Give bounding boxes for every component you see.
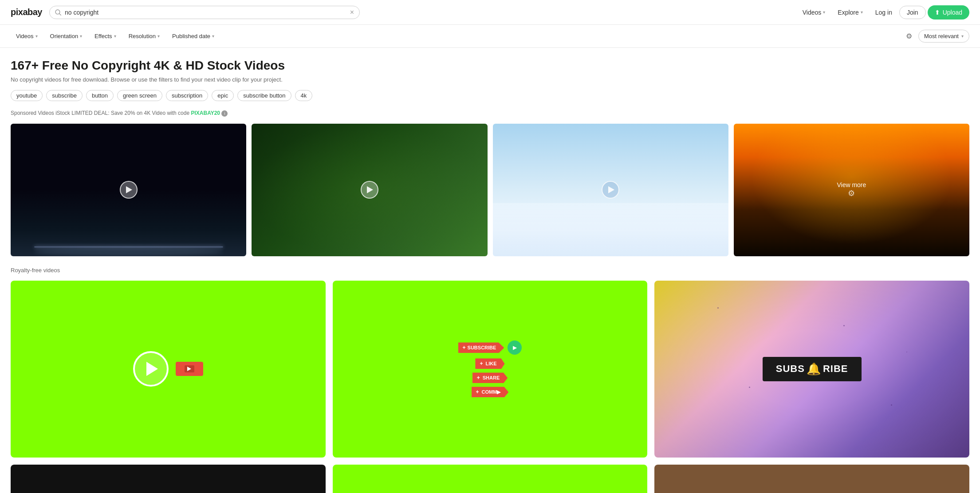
share-arrow: + SHARE (472, 372, 508, 383)
filter-date-chevron: ▾ (212, 34, 214, 39)
green-card-subscribe: + SUBSCRIBE ▶ + LIKE + SHARE (333, 281, 648, 458)
filter-resolution-chevron: ▾ (157, 34, 160, 39)
video-card-1[interactable] (11, 281, 326, 458)
subscribe-row-3: + SHARE (472, 372, 508, 383)
play-overlay-1 (120, 181, 138, 199)
video-card-2[interactable]: + SUBSCRIBE ▶ + LIKE + SHARE (333, 281, 648, 458)
video-grid: + SUBSCRIBE ▶ + LIKE + SHARE (11, 281, 969, 493)
comment-arrow: + COMM▶ (472, 387, 509, 397)
header: pixabay × Videos ▾ Explore ▾ Log in Join… (0, 0, 980, 25)
filter-bar: Videos ▾ Orientation ▾ Effects ▾ Resolut… (0, 25, 980, 48)
search-bar[interactable]: × (49, 6, 360, 19)
tag-green-screen[interactable]: green screen (117, 90, 162, 101)
video-card-3[interactable]: SUBS 🔔 RIBE (654, 281, 969, 458)
video-card-5[interactable] (333, 465, 648, 493)
settings-button[interactable]: ⚙ (903, 29, 915, 43)
play-circle (133, 351, 169, 387)
search-icon (55, 9, 61, 16)
upload-icon: ⬆ (935, 9, 940, 16)
login-button[interactable]: Log in (870, 6, 897, 19)
video-thumb-1 (11, 281, 326, 458)
video-thumb-3: SUBS 🔔 RIBE (654, 281, 969, 458)
filter-right: ⚙ Most relevant ▾ (903, 29, 969, 43)
play-overlay-2 (361, 181, 378, 199)
filter-effects-chevron: ▾ (114, 34, 116, 39)
subscribe-row-2: + LIKE (475, 358, 504, 369)
view-more-overlay: View more ⚙ (837, 181, 866, 198)
filter-effects[interactable]: Effects ▾ (89, 30, 122, 42)
subscribe-row-1: + SUBSCRIBE ▶ (458, 340, 522, 355)
promo-code-link[interactable]: PIXABAY20 (191, 110, 220, 116)
explore-chevron-icon: ▾ (861, 10, 863, 15)
sort-button[interactable]: Most relevant ▾ (918, 30, 969, 43)
tag-4k[interactable]: 4k (295, 90, 313, 101)
green-card-play (11, 281, 326, 458)
video-thumb-4 (11, 465, 326, 493)
tag-subscribe[interactable]: subscribe (46, 90, 83, 101)
subscribe-row-4: + COMM▶ (472, 387, 509, 397)
sponsored-card-1[interactable] (11, 124, 246, 256)
info-icon[interactable]: i (221, 110, 228, 117)
like-arrow: + LIKE (475, 358, 504, 369)
nav-videos[interactable]: Videos ▾ (797, 6, 831, 19)
filter-orientation[interactable]: Orientation ▾ (45, 30, 88, 42)
sort-chevron-icon: ▾ (961, 34, 964, 39)
red-subscribe-btn (176, 362, 203, 376)
video-thumb-5 (333, 465, 648, 493)
subscribe-arrow: + SUBSCRIBE (458, 342, 504, 353)
upload-button[interactable]: ⬆ Upload (928, 5, 969, 20)
join-button[interactable]: Join (899, 6, 926, 19)
sponsored-card-4[interactable]: View more ⚙ (734, 124, 969, 256)
filter-resolution[interactable]: Resolution ▾ (123, 30, 165, 42)
section-label: Royalty-free videos (11, 267, 969, 274)
search-clear-button[interactable]: × (350, 9, 354, 16)
filter-published-date[interactable]: Published date ▾ (167, 30, 220, 42)
tag-epic[interactable]: epic (212, 90, 234, 101)
tag-youtube[interactable]: youtube (11, 90, 43, 101)
page-title: 167+ Free No Copyright 4K & HD Stock Vid… (11, 59, 969, 73)
sponsored-bar: Sponsored Videos iStock LIMITED DEAL: Sa… (11, 110, 969, 117)
video-card-4[interactable] (11, 465, 326, 493)
sponsored-card-2[interactable] (252, 124, 487, 256)
sponsored-card-3[interactable] (493, 124, 728, 256)
svg-line-1 (59, 13, 61, 15)
page-subtitle: No copyright videos for free download. B… (11, 76, 969, 83)
videos-chevron-icon: ▾ (823, 10, 825, 15)
tag-button[interactable]: button (86, 90, 114, 101)
tag-subscribe-button[interactable]: subscribe button (237, 90, 291, 101)
tag-subscription[interactable]: subscription (166, 90, 208, 101)
header-nav: Videos ▾ Explore ▾ Log in Join ⬆ Upload (797, 5, 969, 20)
sponsored-grid: View more ⚙ (11, 124, 969, 256)
logo[interactable]: pixabay (11, 7, 42, 17)
view-more-text: View more (837, 181, 866, 188)
video-card-6[interactable] (654, 465, 969, 493)
filter-videos-chevron: ▾ (35, 34, 38, 39)
video-thumb-2: + SUBSCRIBE ▶ + LIKE + SHARE (333, 281, 648, 458)
view-more-icon: ⚙ (837, 188, 866, 198)
green-dot-subscribe: ▶ (508, 340, 522, 355)
video-thumb-6 (654, 465, 969, 493)
filter-videos[interactable]: Videos ▾ (11, 30, 43, 42)
tags-container: youtube subscribe button green screen su… (11, 90, 969, 101)
nav-explore[interactable]: Explore ▾ (832, 6, 868, 19)
main-content: 167+ Free No Copyright 4K & HD Stock Vid… (0, 48, 980, 493)
play-overlay-3 (602, 181, 619, 199)
search-input[interactable] (65, 9, 346, 16)
filter-orientation-chevron: ▾ (80, 34, 82, 39)
